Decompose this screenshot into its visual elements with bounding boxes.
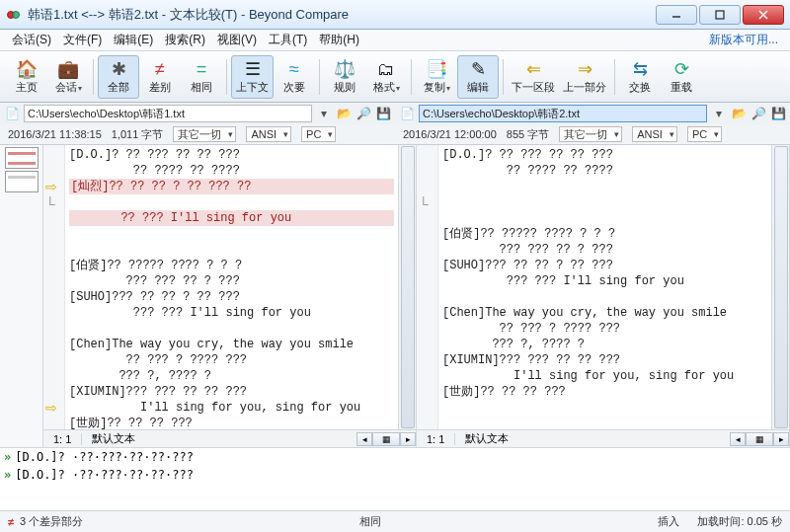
right-encoding-combo[interactable]: ANSI — [632, 126, 677, 142]
right-date: 2016/3/21 12:00:00 — [403, 128, 497, 140]
maximize-button[interactable] — [699, 5, 741, 25]
left-browse-button[interactable]: 🔎 — [356, 106, 371, 121]
edit-button[interactable]: ✎编辑 — [457, 55, 499, 99]
line-marker-icon: └ — [45, 196, 55, 212]
diff-marker-icon: ⇨ — [45, 179, 57, 194]
home-button[interactable]: 🏠主页 — [6, 55, 47, 99]
right-save-button[interactable]: 💾 — [770, 106, 786, 121]
left-scroll-left[interactable]: ◂ — [356, 432, 372, 446]
left-vscroll[interactable] — [398, 145, 416, 429]
prev-section-button[interactable]: ⇒上一部分 — [559, 55, 610, 99]
merge-right-icon[interactable]: » — [4, 468, 11, 482]
left-open-button[interactable]: 📂 — [336, 106, 352, 121]
left-date: 2016/3/21 11:38:15 — [8, 128, 102, 140]
right-file-icon: 📄 — [399, 106, 415, 121]
left-mode: 默认文本 — [82, 431, 356, 446]
all-button[interactable]: ✱全部 — [98, 55, 139, 99]
status-same: 相同 — [359, 514, 381, 529]
context-button[interactable]: ☰上下文 — [231, 55, 274, 99]
left-scroll-right[interactable]: ▸ — [400, 432, 416, 446]
window-title: 韩语1.txt <--> 韩语2.txt - 文本比较(T) - Beyond … — [28, 6, 654, 24]
diff-marker-icon: ⇨ — [45, 400, 57, 416]
next-section-button[interactable]: ⇐下一区段 — [508, 55, 559, 99]
status-load: 加载时间: 0.05 秒 — [697, 514, 782, 529]
arrow-left-icon: ⇐ — [522, 58, 544, 80]
context-icon: ☰ — [242, 58, 264, 80]
left-file-icon: 📄 — [4, 106, 20, 121]
left-code-area[interactable]: [D.O.]? ?? ??? ?? ?? ??? ?? ???? ?? ????… — [65, 145, 398, 429]
right-path-input[interactable] — [419, 105, 707, 122]
diff-status-icon: ≠ — [8, 516, 14, 528]
minor-icon: ≈ — [283, 58, 305, 80]
right-code-area[interactable]: [D.O.]? ?? ??? ?? ?? ??? ?? ???? ?? ????… — [438, 145, 771, 429]
asterisk-icon: ✱ — [108, 58, 129, 80]
equal-icon: = — [191, 58, 212, 80]
bottom-line-1: [D.O.]? ·??·???·??·??·??? — [15, 450, 194, 464]
right-lineend-combo[interactable]: PC — [687, 126, 722, 142]
left-save-button[interactable]: 💾 — [375, 106, 391, 121]
left-everything-combo[interactable]: 其它一切 — [173, 126, 236, 142]
thumbnail-left[interactable] — [5, 147, 39, 169]
reload-button[interactable]: ⟳重载 — [661, 55, 702, 99]
update-link[interactable]: 新版本可用... — [705, 30, 782, 50]
left-path-input[interactable] — [24, 105, 312, 122]
diff-button[interactable]: ≠差别 — [139, 55, 181, 99]
same-button[interactable]: =相同 — [181, 55, 222, 99]
format-button[interactable]: 🗂格式▾ — [365, 55, 407, 99]
svg-point-1 — [13, 11, 20, 18]
arrow-right-icon: ⇒ — [574, 58, 595, 80]
right-path-dropdown[interactable]: ▾ — [711, 106, 727, 121]
left-lineend-combo[interactable]: PC — [301, 126, 336, 142]
minor-button[interactable]: ≈次要 — [274, 55, 315, 99]
menu-file[interactable]: 文件(F) — [59, 30, 106, 50]
menu-tools[interactable]: 工具(T) — [265, 30, 311, 50]
close-button[interactable] — [743, 5, 784, 25]
status-insert: 插入 — [658, 514, 679, 529]
bottom-line-2: [D.O.]? ·??·???·??·??·??? — [15, 468, 194, 482]
svg-rect-3 — [716, 11, 724, 19]
left-pos: 1: 1 — [43, 433, 82, 445]
reload-icon: ⟳ — [671, 58, 692, 80]
rules-button[interactable]: ⚖️规则 — [324, 55, 365, 99]
left-encoding-combo[interactable]: ANSI — [246, 126, 291, 142]
right-scroll-right[interactable]: ▸ — [773, 432, 789, 446]
briefcase-icon: 💼 — [57, 58, 79, 80]
rules-icon: ⚖️ — [334, 58, 356, 80]
edit-icon: ✎ — [467, 58, 489, 80]
menu-help[interactable]: 帮助(H) — [315, 30, 363, 50]
left-scroll-thumb[interactable]: ▦ — [372, 432, 400, 446]
right-size: 855 字节 — [507, 127, 549, 142]
menu-session[interactable]: 会话(S) — [8, 30, 55, 50]
right-scroll-thumb[interactable]: ▦ — [746, 432, 773, 446]
menu-search[interactable]: 搜索(R) — [161, 30, 209, 50]
menu-view[interactable]: 视图(V) — [213, 30, 261, 50]
status-diffs: 3 个差异部分 — [20, 514, 83, 529]
session-button[interactable]: 💼会话▾ — [47, 55, 89, 99]
home-icon: 🏠 — [16, 58, 38, 80]
not-equal-icon: ≠ — [149, 58, 171, 80]
swap-icon: ⇆ — [629, 58, 651, 80]
copy-icon: 📑 — [426, 58, 447, 80]
copy-button[interactable]: 📑复制▾ — [416, 55, 457, 99]
right-open-button[interactable]: 📂 — [731, 106, 747, 121]
right-vscroll[interactable] — [771, 145, 789, 429]
menu-edit[interactable]: 编辑(E) — [110, 30, 157, 50]
format-icon: 🗂 — [375, 58, 397, 80]
right-pos: 1: 1 — [417, 433, 455, 445]
left-size: 1,011 字节 — [112, 127, 164, 142]
right-browse-button[interactable]: 🔎 — [750, 106, 766, 121]
line-marker-icon: └ — [419, 196, 429, 212]
right-mode: 默认文本 — [455, 431, 730, 446]
minimize-button[interactable] — [656, 5, 697, 25]
thumbnail-right[interactable] — [5, 171, 39, 192]
right-scroll-left[interactable]: ◂ — [730, 432, 746, 446]
merge-right-icon[interactable]: » — [4, 450, 11, 464]
right-everything-combo[interactable]: 其它一切 — [559, 126, 622, 142]
swap-button[interactable]: ⇆交换 — [619, 55, 661, 99]
app-icon — [6, 7, 22, 23]
left-path-dropdown[interactable]: ▾ — [316, 106, 332, 121]
